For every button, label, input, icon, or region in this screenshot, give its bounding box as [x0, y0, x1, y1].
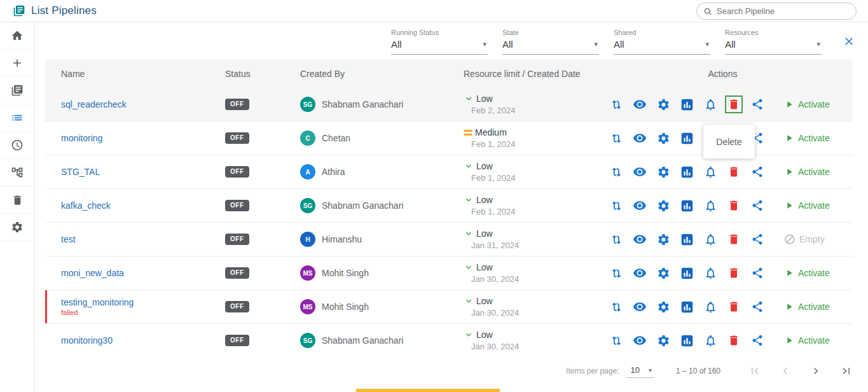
run-settings-button[interactable] [656, 232, 670, 246]
notifications-button[interactable] [703, 97, 717, 111]
transfer-button[interactable] [609, 333, 623, 347]
sidebar-item-create[interactable] [0, 50, 34, 77]
pipeline-name-link[interactable]: moni_new_data [61, 268, 124, 278]
run-settings-button[interactable] [656, 333, 670, 347]
view-button[interactable] [633, 165, 647, 179]
analytics-button[interactable] [680, 131, 694, 145]
sidebar-item-home[interactable] [0, 22, 34, 50]
share-button[interactable] [750, 333, 764, 347]
run-settings-button[interactable] [656, 131, 670, 145]
transfer-button[interactable] [609, 199, 623, 213]
swap-vert-icon [610, 199, 623, 213]
pipeline-name-link[interactable]: STG_TAL [61, 167, 100, 177]
sidebar-item-history[interactable] [0, 132, 34, 159]
analytics-button[interactable] [680, 165, 694, 179]
run-settings-button[interactable] [656, 300, 670, 314]
notifications-button[interactable] [703, 333, 717, 347]
activate-button[interactable]: Activate [784, 302, 830, 312]
sidebar-item-list-pipelines[interactable] [0, 104, 34, 132]
activate-button[interactable]: Activate [784, 133, 830, 143]
transfer-button[interactable] [609, 97, 623, 111]
activate-button[interactable]: Activate [784, 335, 830, 346]
state-select[interactable]: All ▾ [502, 38, 599, 55]
low-priority-icon [464, 94, 474, 104]
transfer-button[interactable] [609, 232, 623, 246]
pipeline-name-link[interactable]: sql_readercheck [61, 99, 127, 109]
view-button[interactable] [633, 131, 647, 145]
share-button[interactable] [750, 300, 764, 314]
transfer-button[interactable] [609, 131, 623, 145]
bell-icon [704, 334, 717, 347]
tree-icon [11, 166, 24, 179]
share-button[interactable] [750, 266, 764, 280]
last-page-button[interactable] [839, 363, 854, 379]
share-button[interactable] [750, 232, 764, 246]
delete-button[interactable] [727, 165, 741, 179]
analytics-button[interactable] [680, 232, 694, 246]
delete-button[interactable] [727, 97, 741, 111]
running-status-select[interactable]: All ▾ [391, 38, 488, 55]
notifications-button[interactable] [703, 232, 717, 246]
previous-page-button[interactable] [778, 363, 793, 379]
activate-button[interactable]: Activate [784, 167, 830, 177]
search-input[interactable] [717, 6, 850, 16]
delete-button[interactable] [727, 232, 741, 246]
trash-icon [11, 194, 24, 206]
notifications-button[interactable] [703, 165, 717, 179]
sidebar-item-templates[interactable] [0, 77, 34, 104]
transfer-button[interactable] [609, 300, 623, 314]
view-button[interactable] [633, 333, 647, 347]
pipeline-name-link[interactable]: monitoring30 [61, 335, 113, 346]
close-filters-button[interactable] [841, 34, 857, 49]
analytics-button[interactable] [680, 266, 694, 280]
sidebar-item-workflow[interactable] [0, 159, 34, 186]
transfer-button[interactable] [609, 165, 623, 179]
view-button[interactable] [633, 199, 647, 213]
transfer-button[interactable] [609, 266, 623, 280]
activate-button[interactable]: Activate [784, 99, 830, 109]
first-page-button[interactable] [747, 363, 762, 379]
activate-button[interactable]: Activate [784, 268, 830, 278]
run-settings-button[interactable] [656, 199, 670, 213]
delete-button[interactable] [727, 266, 741, 280]
pipeline-name-link[interactable]: monitoring [61, 133, 102, 143]
status-badge: OFF [225, 200, 249, 211]
chevron-down-icon: ▾ [594, 40, 598, 48]
pipeline-name-link[interactable]: testing_monitoring [61, 297, 134, 307]
notifications-button[interactable] [703, 300, 717, 314]
delete-button[interactable] [727, 333, 741, 347]
share-button[interactable] [750, 97, 764, 111]
share-button[interactable] [750, 165, 764, 179]
bell-icon [704, 199, 717, 213]
activate-button[interactable]: Activate [784, 200, 830, 211]
notifications-button[interactable] [703, 199, 717, 213]
bell-icon [704, 233, 717, 246]
analytics-button[interactable] [680, 97, 694, 111]
analytics-button[interactable] [680, 300, 694, 314]
share-button[interactable] [750, 199, 764, 213]
run-settings-button[interactable] [656, 165, 670, 179]
bell-icon [704, 300, 717, 314]
items-per-page-select[interactable]: 10 ▾ [626, 364, 654, 378]
bell-icon [704, 267, 717, 280]
run-settings-button[interactable] [656, 97, 670, 111]
delete-button[interactable] [727, 300, 741, 314]
bar-chart-icon [680, 132, 694, 145]
pipeline-name-link[interactable]: test [61, 234, 76, 244]
delete-button[interactable] [727, 199, 741, 213]
pipeline-name-link[interactable]: kafka_check [61, 200, 111, 211]
analytics-button[interactable] [680, 333, 694, 347]
next-page-button[interactable] [808, 363, 823, 379]
shared-select[interactable]: All ▾ [614, 38, 710, 55]
header-name: Name [45, 69, 209, 79]
sidebar-item-trash[interactable] [0, 186, 34, 214]
view-button[interactable] [633, 232, 647, 246]
view-button[interactable] [633, 266, 647, 280]
resources-select[interactable]: All ▾ [725, 38, 822, 55]
run-settings-button[interactable] [656, 266, 670, 280]
analytics-button[interactable] [680, 199, 694, 213]
view-button[interactable] [633, 300, 647, 314]
notifications-button[interactable] [703, 266, 717, 280]
sidebar-item-settings[interactable] [0, 214, 34, 241]
view-button[interactable] [633, 97, 647, 111]
